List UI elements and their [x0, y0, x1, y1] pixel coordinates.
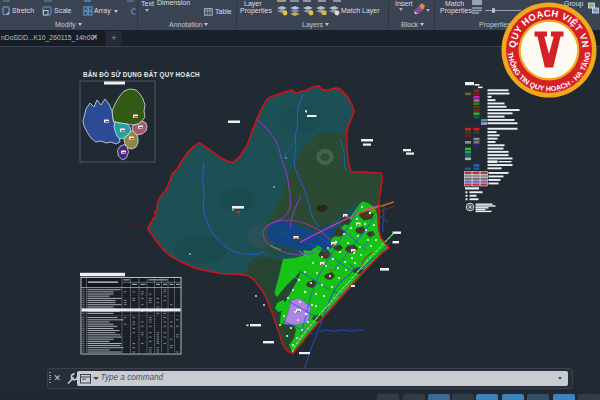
svg-text:BẢN ĐỒ SỬ DỤNG ĐẤT QUY HOẠCH: BẢN ĐỒ SỬ DỤNG ĐẤT QUY HOẠCH	[83, 69, 200, 79]
